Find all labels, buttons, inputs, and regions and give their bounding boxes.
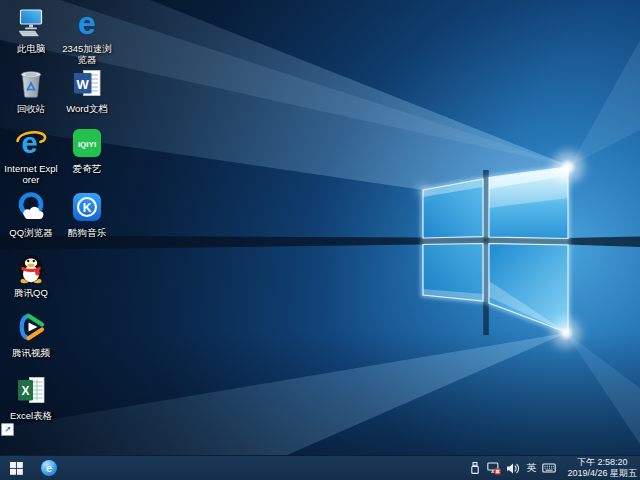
tencent-qq-icon [14, 250, 48, 284]
shortcut-arrow-icon: ↗ [1, 423, 14, 436]
desktop-icon-qq-browser[interactable]: ↗ QQ浏览器 [3, 190, 59, 250]
internet-explorer-icon: e [14, 126, 48, 160]
word-w-glyph: W [77, 77, 90, 92]
kugou-music-icon: K [70, 190, 104, 224]
desktop-icon-tencent-qq[interactable]: ↗ 腾讯QQ [3, 250, 59, 310]
this-pc-icon [14, 6, 48, 40]
desktop-icon-label: 回收站 [17, 103, 46, 114]
ime-language-indicator[interactable]: 英 [525, 461, 537, 475]
desktop-icon-iqiyi[interactable]: iQIYI ↗ 爱奇艺 [59, 126, 115, 190]
usb-device-icon[interactable] [468, 460, 482, 476]
desktop-icon-label: Word文档 [66, 103, 108, 114]
browser-e-icon: e [41, 460, 57, 476]
desktop: 此电脑 回收站 e Internet Explorer [0, 0, 640, 480]
taskbar-clock[interactable]: 下午 2:58:20 2019/4/26 星期五 [567, 457, 637, 480]
taskbar: e [0, 455, 640, 480]
touch-keyboard-icon[interactable] [542, 460, 556, 476]
excel-x-glyph: X [21, 384, 29, 398]
desktop-icon-label: QQ浏览器 [9, 227, 52, 238]
tencent-video-icon [14, 310, 48, 344]
desktop-icon-this-pc[interactable]: 此电脑 [3, 6, 59, 66]
taskbar-pinned-browser[interactable]: e [34, 456, 64, 480]
desktop-icon-grid: 此电脑 回收站 e Internet Explorer [3, 6, 115, 435]
2345-browser-icon: e [70, 6, 104, 40]
clock-date: 2019/4/26 星期五 [567, 468, 637, 479]
qq-browser-icon [14, 190, 48, 224]
desktop-icon-tencent-video[interactable]: ↗ 腾讯视频 [3, 310, 59, 373]
svg-text:e: e [78, 6, 96, 40]
system-tray: 英 下午 2:58:20 2019/4/26 星期五 [468, 456, 640, 480]
desktop-icon-label: 此电脑 [17, 43, 46, 54]
desktop-icon-recycle-bin[interactable]: 回收站 [3, 66, 59, 126]
desktop-icon-label: 2345加速浏览器 [59, 43, 115, 65]
desktop-icon-internet-explorer[interactable]: e Internet Explorer [3, 126, 59, 190]
desktop-icon-2345-browser[interactable]: e ↗ 2345加速浏览器 [59, 6, 115, 66]
clock-time: 下午 2:58:20 [567, 457, 637, 468]
word-doc-icon: W [70, 66, 104, 100]
desktop-icon-label: Internet Explorer [3, 163, 59, 185]
desktop-icon-label: 爱奇艺 [73, 163, 102, 174]
desktop-icon-kugou-music[interactable]: K ↗ 酷狗音乐 [59, 190, 115, 250]
windows-logo-icon [10, 462, 23, 475]
iqiyi-logo-text: iQIYI [78, 140, 96, 149]
excel-icon: X [14, 373, 48, 407]
desktop-icon-label: 酷狗音乐 [68, 227, 106, 238]
desktop-icon-word-doc[interactable]: W ↗ Word文档 [59, 66, 115, 126]
kugou-k-glyph: K [83, 201, 92, 215]
desktop-icon-label: 腾讯视频 [12, 347, 50, 358]
start-button[interactable] [0, 456, 32, 480]
desktop-icon-label: Excel表格 [10, 410, 52, 421]
desktop-icon-label: 腾讯QQ [14, 287, 48, 298]
network-disconnected-icon[interactable] [487, 460, 501, 476]
recycle-bin-icon [14, 66, 48, 100]
iqiyi-icon: iQIYI [70, 126, 104, 160]
volume-icon[interactable] [506, 460, 520, 476]
